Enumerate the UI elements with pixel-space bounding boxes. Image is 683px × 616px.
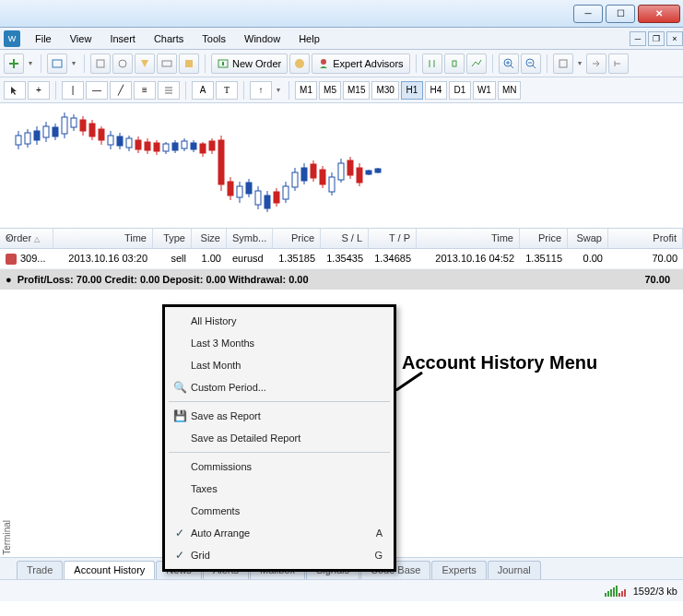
- strategy-tester-button[interactable]: [179, 53, 199, 74]
- svg-rect-40: [80, 120, 86, 131]
- menu-charts[interactable]: Charts: [145, 30, 193, 48]
- equidistant-channel-button[interactable]: ≡: [134, 81, 156, 100]
- menu-help[interactable]: Help: [289, 30, 329, 48]
- svg-rect-21: [559, 60, 567, 67]
- timeframe-m1[interactable]: M1: [295, 81, 317, 100]
- candlestick-chart-icon: [0, 103, 683, 229]
- expert-advisors-button[interactable]: Expert Advisors: [312, 53, 409, 74]
- table-row[interactable]: 309... 2013.10.16 03:20 sell 1.00 eurusd…: [0, 249, 683, 269]
- dropdown-icon[interactable]: ▾: [26, 59, 35, 67]
- timeframe-h1[interactable]: H1: [401, 81, 423, 100]
- tab-trade[interactable]: Trade: [17, 561, 63, 579]
- col-symbol[interactable]: Symb...: [227, 229, 273, 248]
- trendline-button[interactable]: ╱: [110, 81, 132, 100]
- menu-file[interactable]: File: [26, 30, 61, 48]
- arrows-button[interactable]: ↑: [250, 81, 272, 100]
- svg-rect-92: [320, 170, 325, 184]
- table-header: Order △ Time Type Size Symb... Price S /…: [0, 229, 683, 249]
- mdi-restore-button[interactable]: ❐: [648, 31, 665, 46]
- panel-close-button[interactable]: ×: [2, 232, 15, 245]
- menu-auto-arrange[interactable]: ✓Auto ArrangeA: [167, 522, 392, 544]
- timeframe-mn[interactable]: MN: [498, 81, 522, 100]
- svg-rect-102: [366, 171, 371, 174]
- chart-shift-button[interactable]: [586, 53, 606, 74]
- timeframe-m30[interactable]: M30: [371, 81, 398, 100]
- timeframe-w1[interactable]: W1: [473, 81, 496, 100]
- dropdown-icon[interactable]: ▾: [274, 86, 283, 94]
- tab-account-history[interactable]: Account History: [64, 561, 155, 579]
- mdi-close-button[interactable]: ×: [666, 31, 683, 46]
- svg-line-19: [533, 65, 536, 68]
- svg-point-4: [119, 60, 126, 67]
- fibonacci-button[interactable]: [158, 81, 180, 100]
- tab-experts[interactable]: Experts: [431, 561, 486, 579]
- menu-save-report[interactable]: 💾Save as Report: [167, 405, 392, 427]
- menu-tools[interactable]: Tools: [193, 30, 235, 48]
- col-sl[interactable]: S / L: [321, 229, 369, 248]
- timeframe-m5[interactable]: M5: [319, 81, 341, 100]
- check-icon: ✓: [169, 549, 191, 562]
- col-type[interactable]: Type: [153, 229, 192, 248]
- menu-last-3-months[interactable]: Last 3 Months: [167, 332, 392, 354]
- zoom-in-button[interactable]: [499, 53, 519, 74]
- drawing-toolbar: + | — ╱ ≡ A T ↑▾ M1 M5 M15 M30 H1 H4 D1 …: [0, 77, 683, 103]
- menu-insert[interactable]: Insert: [100, 30, 145, 48]
- market-watch-button[interactable]: [90, 53, 111, 74]
- text-button[interactable]: A: [192, 81, 214, 100]
- dropdown-icon[interactable]: ▾: [575, 59, 584, 67]
- menu-grid[interactable]: ✓GridG: [167, 544, 392, 566]
- svg-rect-32: [43, 126, 49, 137]
- timeframe-h4[interactable]: H4: [425, 81, 447, 100]
- col-time[interactable]: Time: [53, 229, 153, 248]
- menu-custom-period[interactable]: 🔍Custom Period...: [167, 376, 392, 398]
- timeframe-m15[interactable]: M15: [343, 81, 370, 100]
- crosshair-button[interactable]: +: [28, 81, 50, 100]
- svg-rect-48: [117, 136, 123, 146]
- col-size[interactable]: Size: [192, 229, 227, 248]
- mdi-minimize-button[interactable]: ─: [630, 31, 646, 46]
- col-profit[interactable]: Profit: [608, 229, 683, 248]
- dropdown-icon[interactable]: ▾: [69, 59, 78, 67]
- window-close-button[interactable]: [638, 5, 680, 23]
- vertical-line-button[interactable]: |: [62, 81, 84, 100]
- menu-save-detailed-report[interactable]: Save as Detailed Report: [167, 427, 392, 449]
- menu-window[interactable]: Window: [235, 30, 289, 48]
- price-chart[interactable]: [0, 103, 683, 229]
- candlestick-button[interactable]: [444, 53, 465, 74]
- window-maximize-button[interactable]: [606, 5, 635, 23]
- menu-taxes[interactable]: Taxes: [167, 478, 392, 500]
- menu-comments[interactable]: Comments: [167, 500, 392, 522]
- new-chart-button[interactable]: [4, 53, 24, 74]
- col-tp[interactable]: T / P: [369, 229, 417, 248]
- indicators-button[interactable]: [608, 53, 629, 74]
- col-price2[interactable]: Price: [520, 229, 568, 248]
- window-minimize-button[interactable]: [573, 5, 603, 23]
- cursor-button[interactable]: [4, 81, 26, 100]
- svg-rect-58: [163, 144, 169, 151]
- bar-chart-button[interactable]: [422, 53, 442, 74]
- svg-rect-82: [274, 192, 279, 203]
- col-swap[interactable]: Swap: [568, 229, 608, 248]
- menu-all-history[interactable]: All History: [167, 310, 392, 332]
- timeframe-d1[interactable]: D1: [449, 81, 471, 100]
- tab-journal[interactable]: Journal: [488, 561, 541, 579]
- line-chart-button[interactable]: [466, 53, 487, 74]
- data-window-button[interactable]: [135, 53, 155, 74]
- text-label-button[interactable]: T: [216, 81, 238, 100]
- menu-last-month[interactable]: Last Month: [167, 354, 392, 376]
- new-order-button[interactable]: New Order: [211, 53, 288, 74]
- menu-view[interactable]: View: [61, 30, 101, 48]
- menu-commissions[interactable]: Commissions: [167, 456, 392, 478]
- autotrading-button[interactable]: [289, 53, 310, 74]
- svg-rect-3: [97, 60, 104, 67]
- auto-scroll-button[interactable]: [553, 53, 573, 74]
- navigator-button[interactable]: [112, 53, 133, 74]
- profiles-button[interactable]: [47, 53, 67, 74]
- horizontal-line-button[interactable]: —: [86, 81, 108, 100]
- col-price[interactable]: Price: [273, 229, 321, 248]
- terminal-button[interactable]: [157, 53, 177, 74]
- svg-rect-56: [154, 143, 159, 151]
- col-time2[interactable]: Time: [417, 229, 520, 248]
- zoom-out-button[interactable]: [521, 53, 541, 74]
- summary-text: Profit/Loss: 70.00 Credit: 0.00 Deposit:…: [18, 274, 309, 285]
